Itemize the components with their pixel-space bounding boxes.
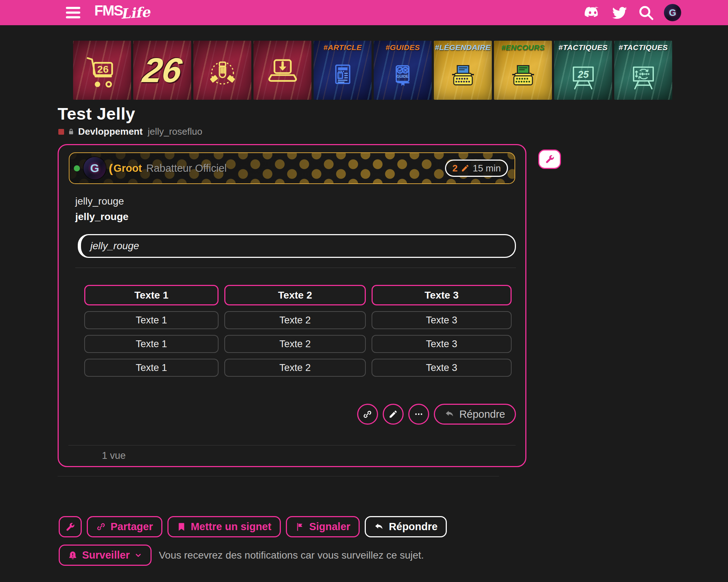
banner-guides[interactable]: #GUIDES GUIDE	[374, 41, 432, 100]
topic-footer-buttons: Partager Mettre un signet Signaler Répon…	[59, 516, 447, 537]
banner-tactiques-25[interactable]: #TACTIQUES 25	[554, 41, 612, 100]
more-actions-button[interactable]	[408, 404, 429, 425]
banner-tactiques-label: #TACTIQUES	[614, 43, 672, 52]
reply-topic-button[interactable]: Répondre	[365, 516, 447, 537]
link-icon	[363, 409, 372, 419]
views-divider	[68, 445, 516, 446]
banner-article[interactable]: #ARTICLE	[314, 41, 372, 100]
author-user-title: Rabatteur Officiel	[146, 162, 227, 174]
cart-number: 26	[97, 63, 109, 75]
footer-admin-wrench-button[interactable]	[59, 516, 82, 537]
chevron-down-icon	[134, 551, 142, 559]
post-reply-label: Répondre	[459, 408, 505, 420]
quote-text: jelly_rouge	[90, 240, 139, 252]
table-header-cell: Texte 2	[224, 285, 366, 305]
table-cell: Texte 1	[84, 311, 219, 329]
category-color-square	[58, 129, 64, 135]
banner-cart-26[interactable]: 26	[73, 41, 131, 100]
views-count: 1 vue	[102, 450, 126, 461]
flag-label: Signaler	[309, 521, 350, 533]
banner-laptop-download[interactable]	[253, 41, 311, 100]
post-table: Texte 1 Texte 2 Texte 3 Texte 1 Texte 2 …	[84, 285, 516, 377]
banner-26[interactable]: 26	[133, 41, 191, 100]
pencil-icon	[461, 164, 469, 173]
wrench-icon	[65, 522, 75, 532]
discord-icon[interactable]	[583, 3, 602, 22]
banner-tactiques[interactable]: #TACTIQUES	[614, 41, 672, 100]
reply-arrow-icon	[374, 522, 384, 532]
banner-hands-together[interactable]	[193, 41, 251, 100]
author-name-row: ( Groot Rabatteur Officiel	[109, 161, 227, 175]
site-logo[interactable]: FMS Life	[94, 3, 150, 21]
post-body: jelly_rouge jelly_rouge jelly_rouge Text…	[75, 196, 516, 377]
post-content-divider	[75, 268, 516, 268]
logo-life-text: Life	[120, 4, 151, 22]
topic-tag[interactable]: jelly_rosefluo	[148, 126, 202, 137]
banner-encours-label: #ENCOURS	[494, 43, 552, 52]
bookmark-label: Mettre un signet	[191, 521, 271, 533]
reply-topic-label: Répondre	[389, 521, 437, 533]
topic-admin-wrench-button[interactable]	[538, 149, 561, 169]
author-username[interactable]: Groot	[113, 162, 142, 174]
watch-dropdown-button[interactable]: Surveiller	[59, 545, 152, 566]
online-status-dot	[74, 165, 80, 171]
banner-legendaire-label: #LÉGENDAIRE	[434, 43, 492, 52]
logo-fms-text: FMS	[94, 3, 122, 19]
forum-page: FMS Life G 26	[0, 0, 728, 582]
lock-icon	[68, 128, 75, 135]
topic-meta: Devloppement jelly_rosefluo	[58, 126, 202, 137]
post-card: G ( Groot Rabatteur Officiel 2 15 min je…	[58, 144, 526, 467]
post-quote-block: jelly_rouge	[78, 234, 516, 258]
post-author-avatar[interactable]: G	[84, 157, 106, 179]
search-icon[interactable]	[637, 4, 655, 21]
table-cell: Texte 3	[372, 335, 512, 353]
link-icon	[96, 522, 106, 532]
post-action-buttons: Répondre	[357, 404, 516, 425]
author-flair: (	[109, 161, 113, 175]
table-header-cell: Texte 3	[372, 285, 512, 305]
post-timestamp: 15 min	[473, 163, 501, 174]
banner-legendaire[interactable]: #LÉGENDAIRE	[434, 41, 492, 100]
topic-title: Test Jelly	[58, 104, 135, 124]
ellipsis-icon	[414, 409, 423, 419]
edit-post-button[interactable]	[383, 404, 404, 425]
share-topic-button[interactable]: Partager	[87, 516, 162, 537]
table-header-cell: Texte 1	[84, 285, 219, 305]
table-cell: Texte 1	[84, 335, 219, 353]
wrench-icon	[545, 154, 555, 164]
banner-guides-label: #GUIDES	[374, 43, 432, 52]
tactiques-number: 25	[577, 69, 589, 80]
edit-history-pill[interactable]: 2 15 min	[445, 160, 508, 177]
flag-icon	[295, 522, 305, 532]
header-icons: G	[583, 0, 681, 25]
banner-26-number: 26	[140, 50, 184, 90]
topic-bottom-divider	[58, 476, 499, 476]
top-navigation-bar: FMS Life G	[0, 0, 728, 25]
bookmark-icon	[177, 522, 186, 532]
banner-encours[interactable]: #ENCOURS	[494, 41, 552, 100]
table-cell: Texte 2	[224, 335, 366, 353]
notification-controls: Surveiller Vous recevrez des notificatio…	[59, 545, 424, 566]
edit-count: 2	[452, 163, 457, 174]
table-cell: Texte 1	[84, 359, 219, 377]
bookmark-button[interactable]: Mettre un signet	[167, 516, 281, 537]
guide-inner-text: GUIDE	[396, 75, 408, 79]
category-name[interactable]: Devloppement	[78, 126, 143, 137]
twitter-icon[interactable]	[611, 4, 628, 21]
banner-tactiques25-label: #TACTIQUES	[554, 43, 612, 52]
flag-button[interactable]: Signaler	[286, 516, 360, 537]
share-link-button[interactable]	[357, 404, 378, 425]
bell-exclamation-icon	[68, 551, 77, 560]
table-cell: Texte 3	[372, 359, 512, 377]
post-reply-button[interactable]: Répondre	[434, 404, 516, 425]
watch-notice-text: Vous recevrez des notifications car vous…	[159, 550, 424, 561]
table-cell: Texte 3	[372, 311, 512, 329]
post-text-line-bold: jelly_rouge	[75, 211, 516, 223]
post-author-banner: G ( Groot Rabatteur Officiel 2 15 min	[69, 152, 515, 184]
user-avatar[interactable]: G	[664, 4, 681, 21]
share-label: Partager	[111, 521, 153, 533]
post-text-line: jelly_rouge	[75, 196, 516, 207]
hamburger-menu-icon[interactable]	[66, 7, 80, 18]
table-cell: Texte 2	[224, 311, 366, 329]
watch-label: Surveiller	[82, 549, 130, 561]
